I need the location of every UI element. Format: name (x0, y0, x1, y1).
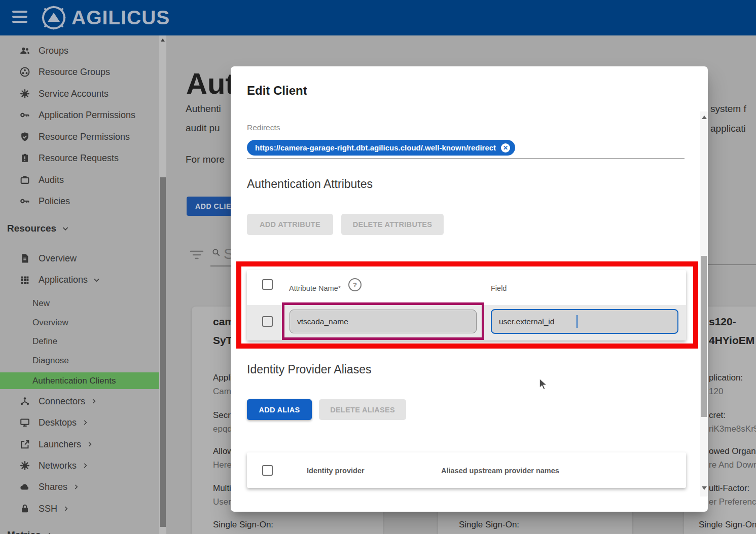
sidebar-item-application-permissions[interactable]: Application Permissions (0, 106, 159, 124)
clipboard-alert-icon (19, 152, 30, 164)
intro-text-fragment: For more (186, 154, 225, 165)
sidebar-item-label: Connectors (39, 396, 85, 407)
screen: AGILICUS Groups Resource Groups Service … (0, 0, 756, 534)
gears-icon (19, 460, 30, 471)
key-icon (19, 109, 30, 121)
redirects-label: Redirects (247, 123, 280, 132)
sidebar-item-service-accounts[interactable]: Service Accounts (0, 85, 159, 102)
button-label: DELETE ALIASES (330, 406, 395, 414)
chevron-right-icon (46, 531, 53, 534)
chevron-right-icon (90, 398, 97, 405)
key-icon (19, 196, 30, 207)
sidebar-section-resources[interactable]: Resources (7, 221, 69, 236)
subitem-label: Define (32, 336, 57, 347)
card-title-fragment: SyT (213, 334, 233, 347)
filter-icon[interactable] (189, 249, 204, 262)
sidebar-nav: Groups Resource Groups Service Accounts … (0, 35, 159, 534)
select-all-aliases-checkbox[interactable] (262, 465, 273, 476)
field-column-header: Field (491, 284, 507, 292)
subitem-label: New (32, 298, 50, 309)
intro-text-fragment: audit pu (186, 123, 220, 134)
redirect-url-chip[interactable]: https://camera-garage-right.dbt.agilicus… (247, 140, 515, 156)
sidebar-scrollbar[interactable] (159, 35, 166, 534)
select-all-attributes-checkbox[interactable] (262, 279, 273, 290)
sidebar-item-connectors[interactable]: Connectors (0, 393, 159, 410)
subitem-label: Authentication Clients (32, 376, 116, 386)
card-field-value: epqd (213, 424, 232, 434)
sidebar-item-desktops[interactable]: Desktops (0, 414, 159, 431)
field-input[interactable] (491, 309, 678, 334)
sidebar-subitem-authentication-clients[interactable]: Authentication Clients (0, 373, 159, 389)
help-icon[interactable]: ? (348, 278, 362, 291)
card-field-label: Single Sign-On: (459, 520, 519, 530)
chevron-right-icon (73, 483, 80, 490)
sidebar-item-shares[interactable]: Shares (0, 478, 159, 495)
add-attribute-button[interactable]: ADD ATTRIBUTE (247, 214, 333, 235)
sidebar-subitem-new[interactable]: New (0, 296, 159, 311)
sidebar-item-label: Networks (39, 461, 77, 471)
scroll-up-icon[interactable] (702, 116, 707, 119)
groups-icon (19, 45, 30, 56)
search-icon[interactable] (211, 248, 221, 259)
authentication-attributes-heading: Authentication Attributes (247, 177, 373, 191)
attribute-name-column-header: Attribute Name* (289, 284, 341, 292)
aliased-names-column-header: Aliased upstream provider names (441, 467, 559, 475)
device-hub-icon (19, 396, 30, 407)
dialog-scrollbar-thumb[interactable] (701, 256, 707, 417)
sidebar-item-label: Service Accounts (39, 89, 109, 99)
lock-icon (19, 503, 30, 514)
sidebar-subitem-define[interactable]: Define (0, 334, 159, 349)
sidebar-item-groups[interactable]: Groups (0, 42, 159, 59)
chip-remove-icon[interactable]: ✕ (501, 143, 510, 152)
sidebar-item-resource-permissions[interactable]: Resource Permissions (0, 128, 159, 145)
launch-icon (19, 439, 30, 450)
sidebar-item-overview[interactable]: Overview (0, 250, 159, 267)
sidebar-item-ssh[interactable]: SSH (0, 500, 159, 517)
sidebar-section-metrics[interactable]: Metrics (7, 528, 53, 534)
sidebar-item-audits[interactable]: Audits (0, 171, 159, 188)
brand-logo: AGILICUS (41, 5, 170, 31)
button-label: ADD ALIAS (259, 406, 300, 414)
sidebar-item-label: Groups (39, 46, 68, 56)
sidebar-scrollbar-thumb[interactable] (160, 177, 166, 527)
aliases-table: Identity provider Aliased upstream provi… (247, 452, 686, 488)
sidebar-subitem-diagnose[interactable]: Diagnose (0, 353, 159, 368)
sidebar-item-label: Resource Permissions (39, 132, 130, 142)
sidebar-item-launchers[interactable]: Launchers (0, 436, 159, 453)
delete-attributes-button[interactable]: DELETE ATTRIBUTES (341, 214, 444, 235)
sidebar-item-label: Launchers (39, 439, 81, 450)
intro-text-fragment: system f (710, 103, 746, 115)
section-label: Metrics (7, 529, 41, 534)
sidebar-item-resource-requests[interactable]: Resource Requests (0, 149, 159, 167)
scroll-up-icon[interactable] (161, 39, 165, 42)
sidebar-item-label: Overview (39, 253, 77, 264)
redirect-url-text: https://camera-garage-right.dbt.agilicus… (255, 143, 496, 152)
sidebar-item-label: SSH (39, 504, 57, 514)
attribute-row-checkbox[interactable] (262, 316, 273, 327)
sidebar-subitem-overview[interactable]: Overview (0, 315, 159, 330)
card-title-fragment: s120- (709, 316, 736, 328)
attribute-name-input[interactable] (290, 310, 477, 333)
search-underline (210, 265, 231, 266)
sidebar-item-networks[interactable]: Networks (0, 457, 159, 474)
card-field-value: er Preferenc (709, 497, 756, 507)
delete-aliases-button[interactable]: DELETE ALIASES (319, 399, 406, 420)
sidebar-item-resource-groups[interactable]: Resource Groups (0, 63, 159, 81)
table-divider-line (708, 264, 756, 265)
hamburger-menu-icon[interactable] (12, 11, 27, 25)
card-field-label: plication: (709, 373, 743, 383)
intro-text-fragment: Authenti (186, 103, 221, 115)
card-field-label: Appli (213, 373, 232, 383)
sidebar-item-policies[interactable]: Policies (0, 193, 159, 210)
chevron-down-icon (93, 276, 100, 284)
document-icon (19, 253, 30, 264)
add-alias-button[interactable]: ADD ALIAS (247, 399, 312, 420)
card-field-label: cret: (709, 410, 726, 421)
sidebar-item-label: Applications (39, 275, 88, 285)
text-caret (577, 315, 578, 328)
scroll-down-icon[interactable] (702, 486, 707, 490)
card-field-value: 120 (709, 387, 723, 397)
card-title-fragment: 4HYioEM (709, 334, 754, 347)
sidebar-item-applications[interactable]: Applications (0, 271, 159, 288)
section-label: Resources (7, 223, 56, 234)
